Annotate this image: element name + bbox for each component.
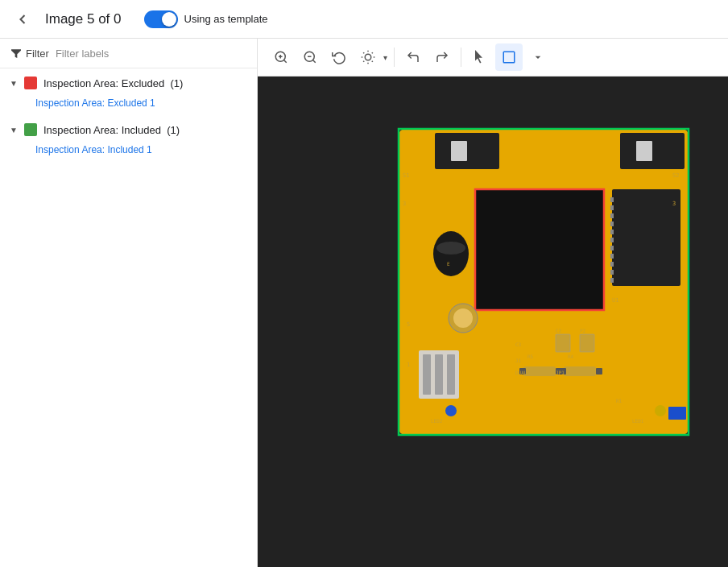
rotate-icon (332, 50, 346, 64)
svg-text:JP1: JP1 (556, 370, 565, 375)
pcb-board: 5 1 C3 J1 DUAL2 JP1 R5 R4 C2 P2 U1 LED2 … (395, 125, 693, 439)
svg-text:R1: R1 (616, 398, 623, 404)
zoom-out-button[interactable] (296, 43, 324, 71)
chevron-down-icon (532, 51, 544, 64)
svg-rect-20 (451, 141, 467, 161)
zoom-out-icon (303, 50, 317, 64)
svg-rect-74 (668, 407, 686, 420)
svg-point-50 (445, 405, 457, 416)
svg-line-5 (312, 60, 315, 62)
included-color-swatch (24, 123, 37, 136)
svg-text:3: 3 (672, 201, 676, 207)
filter-button[interactable]: Filter (10, 47, 49, 60)
svg-rect-41 (447, 354, 455, 395)
rectangle-tool-button[interactable] (495, 43, 523, 71)
redo-button[interactable] (428, 43, 456, 71)
svg-text:LED1: LED1 (632, 418, 644, 424)
svg-text:LED2: LED2 (431, 418, 443, 424)
brightness-dropdown: ▾ (354, 43, 389, 71)
svg-rect-31 (610, 246, 614, 250)
undo-button[interactable] (399, 43, 427, 71)
app-header: Image 5 of 0 Using as template (0, 0, 728, 39)
svg-text:C3: C3 (515, 341, 522, 347)
svg-rect-40 (435, 354, 443, 395)
svg-text:U1: U1 (612, 297, 618, 304)
label-group-included-header[interactable]: ▼ Inspection Area: Included (1) (0, 118, 257, 141)
sidebar: Filter Filter labels ▼ Inspection Area: … (0, 39, 258, 567)
brightness-button[interactable] (354, 43, 382, 71)
excluded-item-1[interactable]: Inspection Area: Excluded 1 (0, 94, 257, 112)
svg-rect-32 (610, 254, 614, 259)
back-button[interactable] (10, 6, 35, 32)
separator-1 (394, 48, 395, 67)
canvas-toolbar: ▾ (258, 39, 728, 77)
brightness-icon (361, 50, 375, 64)
filter-icon (10, 47, 23, 60)
canvas-content[interactable]: 5 1 C3 J1 DUAL2 JP1 R5 R4 C2 P2 U1 LED2 … (258, 77, 728, 567)
brightness-dropdown-arrow[interactable]: ▾ (382, 53, 389, 62)
label-group-excluded-header[interactable]: ▼ Inspection Area: Excluded (1) (0, 72, 257, 94)
svg-point-7 (365, 54, 371, 60)
svg-line-10 (363, 52, 364, 53)
svg-rect-16 (503, 52, 515, 63)
redo-icon (435, 50, 449, 64)
svg-line-14 (363, 61, 364, 62)
svg-rect-30 (610, 238, 614, 242)
chevron-down-icon-2: ▼ (10, 126, 18, 135)
rotate-button[interactable] (325, 43, 353, 71)
svg-text:J1: J1 (515, 358, 522, 363)
svg-text:P2: P2 (580, 328, 586, 333)
included-item-1[interactable]: Inspection Area: Included 1 (0, 141, 257, 159)
excluded-group-name: Inspection Area: Excluded (1) (43, 77, 183, 89)
rectangle-tool-icon (502, 50, 516, 64)
svg-rect-33 (610, 262, 614, 267)
svg-rect-34 (610, 270, 614, 275)
toggle-label: Using as template (184, 13, 268, 25)
filter-labels-text: Filter labels (56, 48, 109, 60)
svg-text:5: 5 (407, 321, 410, 328)
more-options-button[interactable] (524, 43, 552, 71)
svg-rect-48 (556, 334, 570, 352)
svg-text:R4: R4 (568, 354, 574, 359)
undo-icon (406, 50, 420, 64)
label-group-included: ▼ Inspection Area: Included (1) Inspecti… (0, 115, 257, 162)
svg-rect-39 (423, 354, 431, 395)
template-toggle[interactable] (144, 10, 178, 28)
svg-text:DUAL2: DUAL2 (515, 370, 530, 375)
included-group-name: Inspection Area: Included (1) (43, 124, 180, 136)
svg-text:1: 1 (407, 362, 410, 368)
svg-point-51 (655, 405, 666, 416)
pointer-button[interactable] (466, 43, 494, 71)
svg-rect-27 (610, 213, 614, 218)
svg-text:3: 3 (403, 201, 406, 207)
template-toggle-container: Using as template (144, 10, 268, 28)
zoom-in-icon (274, 50, 288, 64)
svg-rect-45 (564, 366, 596, 376)
svg-line-15 (372, 52, 373, 53)
chevron-down-icon: ▼ (10, 79, 18, 88)
zoom-in-button[interactable] (267, 43, 295, 71)
svg-rect-35 (610, 278, 614, 283)
svg-rect-28 (610, 221, 614, 226)
pointer-icon (473, 50, 487, 64)
svg-rect-22 (475, 189, 604, 310)
separator-2 (461, 48, 461, 67)
svg-rect-47 (596, 368, 602, 375)
svg-line-11 (372, 61, 373, 62)
svg-point-53 (453, 308, 473, 328)
canvas-area: ▾ (258, 39, 728, 567)
svg-point-37 (436, 242, 465, 255)
svg-text:S2: S2 (672, 172, 679, 179)
label-group-excluded: ▼ Inspection Area: Excluded (1) Inspecti… (0, 68, 257, 115)
svg-text:S1: S1 (403, 172, 409, 179)
svg-rect-25 (610, 197, 614, 202)
svg-rect-24 (612, 189, 680, 286)
svg-text:R5: R5 (527, 354, 534, 359)
svg-text:C2: C2 (556, 328, 562, 333)
svg-line-1 (283, 60, 286, 62)
excluded-color-swatch (24, 77, 37, 89)
svg-rect-26 (610, 205, 614, 210)
svg-rect-21 (636, 141, 652, 161)
svg-rect-29 (610, 230, 614, 234)
sidebar-toolbar: Filter Filter labels (0, 39, 257, 68)
